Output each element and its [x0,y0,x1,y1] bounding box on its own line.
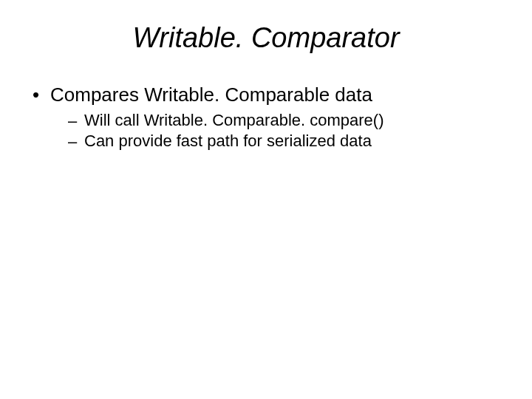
slide-title: Writable. Comparator [30,22,502,54]
bullet-list-level1: Compares Writable. Comparable data Will … [30,83,502,151]
list-item: Compares Writable. Comparable data Will … [30,83,502,151]
bullet-list-level2: Will call Writable. Comparable. compare(… [50,111,502,151]
list-item-text: Can provide fast path for serialized dat… [84,132,372,150]
list-item: Will call Writable. Comparable. compare(… [68,111,502,130]
list-item: Can provide fast path for serialized dat… [68,132,502,151]
list-item-text: Compares Writable. Comparable data [50,83,372,106]
list-item-text: Will call Writable. Comparable. compare(… [84,111,384,129]
